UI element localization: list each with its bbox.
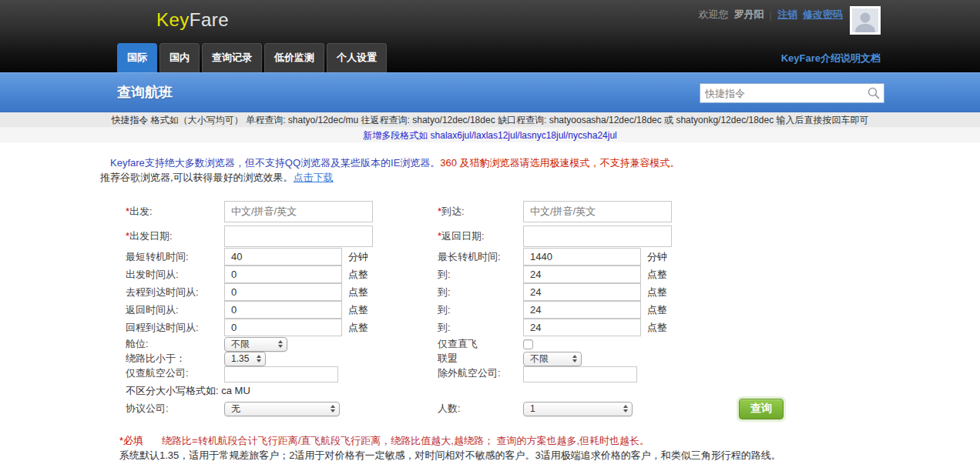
direct-only-checkbox[interactable] — [523, 339, 533, 349]
person-icon — [852, 8, 878, 32]
cabin-label: 舱位: — [126, 337, 224, 351]
to-label: 到: — [438, 303, 523, 317]
tab-query-history[interactable]: 查询记录 — [202, 43, 262, 72]
cabin-select[interactable]: 不限 — [224, 337, 287, 352]
notice-line1: Keyfare支持绝大多数浏览器，但不支持QQ浏览器及某些版本的IE浏览器。36… — [110, 156, 980, 169]
min-transfer-label: 最短转机时间: — [126, 250, 224, 264]
change-password-link[interactable]: 修改密码 — [803, 8, 843, 22]
depart-time-from-label: 出发时间从: — [126, 268, 224, 282]
agreement-company-select[interactable]: 无 — [224, 402, 340, 416]
hour-suffix: 点整 — [647, 321, 667, 335]
username: 罗丹阳 — [734, 8, 764, 22]
minutes-suffix: 分钟 — [647, 250, 667, 264]
multi-segment-help: 新增多段格式如 shalax6jul/laxlas12jul/lasnyc18j… — [0, 128, 980, 142]
app-header: KeyFare 欢迎您 罗丹阳 | 注销 修改密码 国际 国内 查询记录 低价监… — [0, 0, 980, 72]
search-icon[interactable] — [867, 86, 881, 100]
return-arrival-to-input[interactable] — [523, 319, 641, 336]
passengers-label: 人数: — [438, 402, 523, 416]
hour-suffix: 点整 — [348, 303, 368, 317]
min-transfer-input[interactable] — [224, 248, 342, 266]
divider: | — [770, 9, 772, 21]
detour-ratio-stepper[interactable]: 1.35 — [224, 352, 266, 366]
return-arrival-from-label: 回程到达时间从: — [126, 321, 224, 335]
outbound-arrival-from-label: 去程到达时间从: — [126, 286, 224, 299]
avatar[interactable] — [850, 6, 881, 35]
search-button[interactable]: 查询 — [739, 399, 784, 419]
notice-recommend-text: 推荐谷歌浏览器,可以获得最好的浏览效果。 — [100, 172, 294, 183]
depart-city-input[interactable] — [224, 201, 373, 222]
airline-exclude-input[interactable] — [523, 366, 637, 382]
depart-date-label: *出发日期: — [126, 229, 224, 243]
logo-key: Key — [156, 9, 190, 30]
footnote-line2: 系统默认1.35，适用于常规差旅客户；2适用于对价格有一定敏感，对时间相对不敏感… — [119, 448, 980, 461]
page-title: 查询航班 — [117, 83, 173, 102]
minutes-suffix: 分钟 — [348, 250, 368, 264]
max-transfer-label: 最长转机时间: — [438, 250, 523, 264]
notice-blue-text: Keyfare支持绝大多数浏览器，但不支持QQ浏览器及某些版本的IE浏览器。 — [110, 157, 440, 169]
logout-link[interactable]: 注销 — [777, 8, 797, 22]
airline-exclude-label: 除外航空公司: — [438, 366, 523, 380]
depart-time-to-input[interactable] — [523, 266, 641, 283]
to-label: 到: — [438, 321, 523, 335]
required-note: *必填 — [119, 435, 143, 446]
return-date-input[interactable] — [523, 225, 672, 247]
return-time-from-input[interactable] — [224, 301, 342, 319]
keyfare-logo: KeyFare — [156, 9, 229, 31]
detour-ratio-label: 绕路比小于： — [126, 352, 224, 366]
user-area: 欢迎您 罗丹阳 | 注销 修改密码 — [699, 8, 843, 22]
welcome-text: 欢迎您 — [699, 8, 729, 22]
outbound-arrival-from-input[interactable] — [224, 283, 342, 301]
tab-settings[interactable]: 个人设置 — [327, 43, 387, 72]
quick-command-searchbox — [700, 83, 884, 103]
quick-command-help: 快捷指令 格式如（大小写均可） 单程查询: shatyo/12dec/mu 往返… — [0, 112, 980, 128]
hour-suffix: 点整 — [348, 268, 368, 282]
download-link[interactable]: 点击下载 — [294, 172, 334, 183]
direct-only-label: 仅查直飞 — [438, 337, 523, 351]
notice-red-text: 360 及猎豹浏览器请选用极速模式，不支持兼容模式。 — [440, 157, 680, 169]
return-time-to-input[interactable] — [523, 301, 641, 319]
tab-international[interactable]: 国际 — [117, 43, 157, 72]
stepper-arrows-icon — [331, 405, 335, 413]
max-transfer-input[interactable] — [523, 248, 641, 266]
footnote: *必填绕路比=转机航段合计飞行距离/直飞航段飞行距离，绕路比值越大,越绕路； 查… — [119, 433, 980, 461]
hour-suffix: 点整 — [647, 268, 667, 282]
hour-suffix: 点整 — [647, 286, 667, 299]
hour-suffix: 点整 — [348, 321, 368, 335]
browser-notice: Keyfare支持绝大多数浏览器，但不支持QQ浏览器及某些版本的IE浏览器。36… — [0, 156, 980, 184]
hour-suffix: 点整 — [647, 303, 667, 317]
airline-only-input[interactable] — [224, 366, 338, 382]
main-tabs: 国际 国内 查询记录 低价监测 个人设置 — [117, 43, 387, 72]
tab-domestic[interactable]: 国内 — [159, 43, 200, 72]
return-date-label: *返回日期: — [438, 229, 523, 243]
to-label: 到: — [438, 286, 523, 299]
alliance-label: 联盟 — [438, 352, 523, 366]
quick-command-input[interactable] — [700, 85, 867, 102]
return-arrival-from-input[interactable] — [224, 319, 342, 336]
return-time-from-label: 返回时间从: — [126, 303, 224, 317]
form-right-column: *到达: *返回日期: 最长转机时间: 分钟 到: 点整 到: 点整 到: 点整 — [438, 199, 938, 418]
footnote-line1: *必填绕路比=转机航段合计飞行距离/直飞航段飞行距离，绕路比值越大,越绕路； 查… — [119, 433, 980, 448]
arrive-city-input[interactable] — [523, 201, 672, 222]
airline-only-label: 仅查航空公司: — [126, 366, 224, 380]
depart-time-from-input[interactable] — [224, 266, 342, 283]
airline-format-hint: 不区分大小写格式如: ca MU — [126, 384, 250, 398]
stepper-arrows-icon — [572, 355, 577, 362]
doc-link[interactable]: KeyFare介绍说明文档 — [781, 52, 881, 65]
flight-search-form: *出发: *出发日期: 最短转机时间: 分钟 出发时间从: 点整 去程到达时间从… — [126, 199, 980, 418]
stepper-arrows-icon — [623, 405, 628, 413]
multi-segment-link[interactable]: 新增多段格式如 shalax6jul/laxlas12jul/lasnyc18j… — [363, 130, 616, 141]
agreement-company-label: 协议公司: — [126, 402, 224, 416]
arrive-label: *到达: — [438, 205, 523, 219]
alliance-select[interactable]: 不限 — [523, 352, 582, 366]
hour-suffix: 点整 — [348, 286, 368, 299]
tab-price-monitor[interactable]: 低价监测 — [264, 43, 324, 72]
stepper-arrows-icon — [257, 355, 261, 362]
to-label: 到: — [438, 268, 523, 282]
stepper-arrows-icon — [278, 340, 283, 348]
depart-date-input[interactable] — [224, 225, 373, 247]
depart-label: *出发: — [126, 205, 224, 219]
title-bar: 查询航班 — [0, 72, 980, 112]
logo-fare: Fare — [190, 9, 229, 30]
outbound-arrival-to-input[interactable] — [523, 283, 641, 301]
passengers-select[interactable]: 1 — [523, 402, 633, 416]
